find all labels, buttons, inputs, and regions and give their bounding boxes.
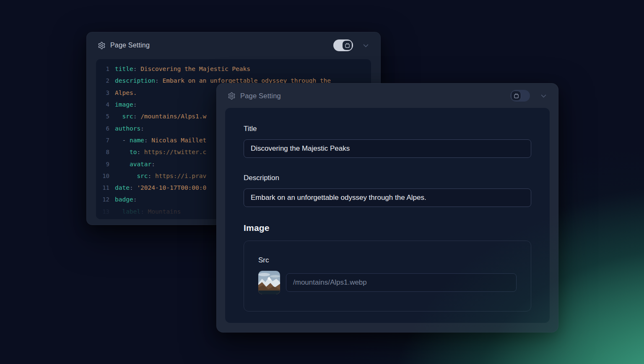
- line-number: 7: [102, 137, 109, 144]
- line-number: 8: [102, 149, 109, 155]
- line-number: 9: [102, 161, 109, 168]
- code-token: [115, 208, 122, 215]
- title-input[interactable]: [244, 139, 531, 158]
- code-token: [115, 161, 130, 168]
- code-token: date: [115, 184, 130, 191]
- panel-header: Page Setting: [217, 84, 558, 108]
- code-token: title: [115, 65, 133, 72]
- image-thumbnail[interactable]: [258, 271, 280, 294]
- line-number: 12: [102, 196, 109, 203]
- line-number: 2: [102, 77, 109, 84]
- line-number: 10: [102, 173, 109, 179]
- code-token: [115, 149, 130, 155]
- line-number: 4: [102, 101, 109, 108]
- code-token: src: [137, 173, 148, 179]
- gear-icon: [98, 42, 106, 50]
- line-number: 1: [102, 65, 109, 72]
- code-token: Nicolas Maillet: [151, 137, 206, 144]
- code-token: :: [140, 208, 148, 215]
- code-token: [115, 113, 122, 120]
- description-label: Description: [244, 174, 531, 182]
- code-token: description: [115, 77, 155, 84]
- chevron-down-icon[interactable]: [540, 92, 547, 100]
- code-view-toggle[interactable]: [510, 90, 530, 102]
- code-token: :: [151, 161, 155, 168]
- code-token: name: [130, 137, 144, 144]
- line-number: 6: [102, 125, 109, 132]
- code-box-icon: [343, 41, 352, 50]
- code-token: to: [130, 149, 137, 155]
- page-setting-panel-form: Page Setting Title Description Image Src: [216, 83, 558, 333]
- code-token: https://twitter.c: [144, 149, 206, 155]
- panel-title: Page Setting: [240, 92, 281, 100]
- code-box-icon: [512, 91, 521, 100]
- description-field-group: Description: [244, 174, 531, 207]
- line-number: 13: [102, 208, 109, 215]
- code-token: :: [148, 173, 155, 179]
- code-token: /mountains/Alps1.w: [140, 113, 206, 120]
- line-number: 5: [102, 113, 109, 120]
- code-token: :: [133, 196, 137, 203]
- code-token: Alpes.: [115, 89, 137, 96]
- settings-form: Title Description Image Src: [225, 108, 550, 323]
- code-token: image: [115, 101, 133, 108]
- code-token: :: [133, 65, 140, 72]
- code-token: Discovering the Majestic Peaks: [140, 65, 250, 72]
- code-token: authors: [115, 125, 140, 132]
- code-view-toggle[interactable]: [333, 39, 353, 51]
- image-group-box: Src: [244, 241, 531, 312]
- image-section-heading: Image: [244, 223, 531, 233]
- code-token: :: [130, 184, 137, 191]
- code-token: :: [133, 101, 137, 108]
- code-token: Mountains: [148, 208, 181, 215]
- code-token: src: [122, 113, 133, 120]
- panel-header: Page Setting: [87, 32, 380, 58]
- code-token: :: [140, 125, 144, 132]
- code-token: badge: [115, 196, 133, 203]
- src-label: Src: [258, 256, 517, 264]
- title-label: Title: [244, 125, 531, 133]
- line-number: 11: [102, 184, 109, 191]
- code-token: -: [115, 137, 130, 144]
- gear-icon: [228, 92, 236, 100]
- code-token: label: [122, 208, 140, 215]
- description-input[interactable]: [244, 189, 531, 207]
- line-number: 3: [102, 89, 109, 96]
- code-token: '2024-10-17T00:00:0: [137, 184, 206, 191]
- chevron-down-icon[interactable]: [362, 42, 369, 49]
- code-token: https://i.prav: [155, 173, 206, 179]
- code-token: :: [137, 149, 144, 155]
- code-line: 1title: Discovering the Majestic Peaks: [102, 63, 371, 75]
- code-token: :: [155, 77, 162, 84]
- code-token: :: [144, 137, 151, 144]
- code-token: [115, 173, 137, 179]
- src-input[interactable]: [286, 273, 517, 292]
- panel-title: Page Setting: [110, 42, 150, 49]
- title-field-group: Title: [244, 125, 531, 158]
- code-token: avatar: [130, 161, 151, 168]
- code-token: :: [133, 113, 140, 120]
